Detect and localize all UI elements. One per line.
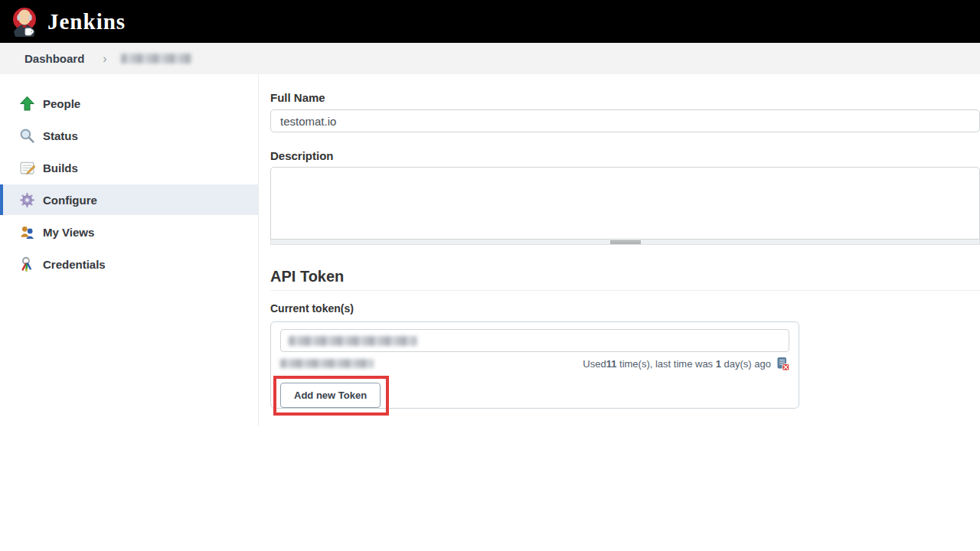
arrow-up-icon xyxy=(19,96,35,112)
sidebar-item-my-views[interactable]: My Views xyxy=(0,217,258,247)
resize-grip-icon xyxy=(610,240,641,244)
add-new-token-button[interactable]: Add new Token xyxy=(280,383,381,408)
section-divider xyxy=(270,290,980,291)
people-icon xyxy=(19,224,35,240)
current-tokens-label: Current token(s) xyxy=(270,302,980,315)
api-token-heading: API Token xyxy=(270,268,980,285)
magnifier-icon xyxy=(19,128,35,144)
red-highlight-annotation: Add new Token xyxy=(273,376,389,416)
token-list-container: Used 11 time(s), last time was 1 day(s) … xyxy=(270,321,799,409)
sidebar-item-people[interactable]: People xyxy=(0,88,258,119)
sidebar-item-builds[interactable]: Builds xyxy=(0,152,258,183)
jenkins-logo-icon[interactable] xyxy=(9,5,40,37)
sidebar: People Status Builds xyxy=(0,74,259,426)
sidebar-item-configure[interactable]: Configure xyxy=(0,184,258,215)
sidebar-item-label: Credentials xyxy=(43,258,106,271)
sidebar-item-label: Builds xyxy=(43,161,78,174)
full-name-label: Full Name xyxy=(270,91,980,104)
top-header: Jenkins xyxy=(0,0,980,43)
token-created-redacted xyxy=(280,359,374,368)
notepad-icon xyxy=(19,160,35,176)
revoke-token-icon[interactable] xyxy=(776,357,789,371)
full-name-input[interactable] xyxy=(270,109,980,132)
usage-suffix: day(s) ago xyxy=(721,358,771,370)
token-name-input[interactable] xyxy=(280,329,789,352)
textarea-resize-handle[interactable] xyxy=(270,240,980,245)
chevron-right-icon: › xyxy=(103,52,106,66)
breadcrumb-dashboard[interactable]: Dashboard xyxy=(24,52,84,65)
usage-count: 11 xyxy=(606,358,617,370)
description-label: Description xyxy=(270,149,980,162)
sidebar-item-status[interactable]: Status xyxy=(0,120,258,151)
sidebar-item-label: My Views xyxy=(43,226,94,239)
sidebar-item-label: Configure xyxy=(43,194,97,207)
sidebar-item-label: Status xyxy=(43,129,78,142)
main-content: Full Name Description API Token Current … xyxy=(259,74,980,426)
breadcrumb-username-redacted[interactable] xyxy=(121,54,191,64)
breadcrumb: Dashboard › xyxy=(0,43,980,74)
description-textarea[interactable] xyxy=(270,167,980,240)
usage-prefix: Used xyxy=(583,358,606,370)
token-usage-text: Used 11 time(s), last time was 1 day(s) … xyxy=(583,357,789,371)
app-title[interactable]: Jenkins xyxy=(47,9,126,34)
usage-days: 1 xyxy=(716,358,721,370)
keys-icon xyxy=(19,256,35,272)
token-meta-row: Used 11 time(s), last time was 1 day(s) … xyxy=(280,357,789,370)
usage-mid: time(s), last time was xyxy=(616,358,715,370)
sidebar-item-label: People xyxy=(43,97,80,110)
sidebar-item-credentials[interactable]: Credentials xyxy=(0,249,258,279)
gear-icon xyxy=(19,192,35,208)
token-name-redacted xyxy=(289,336,417,346)
